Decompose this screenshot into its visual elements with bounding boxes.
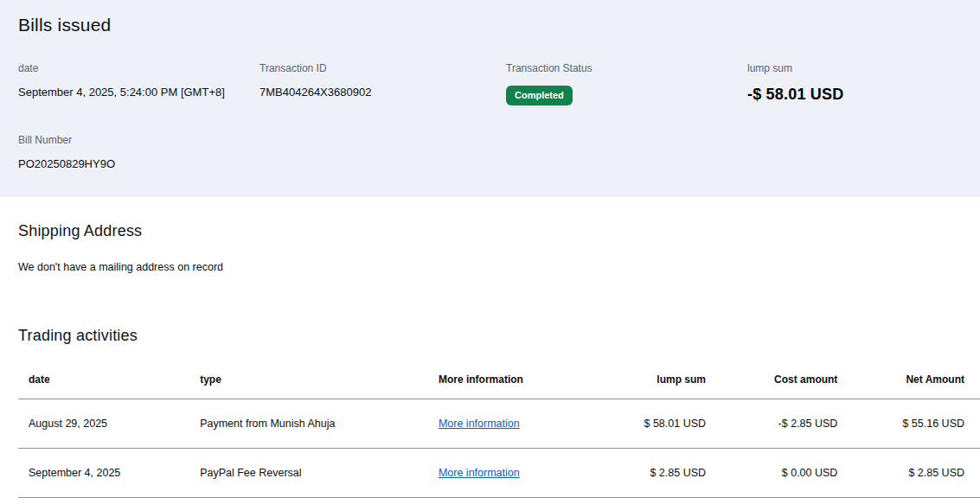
shipping-address-section: Shipping Address We don't have a mailing… <box>0 222 980 273</box>
cell-cost-amount: -$ 2.85 USD <box>706 399 837 449</box>
summary-fields-row-2: Bill Number PO20250829HY9O <box>18 134 962 170</box>
field-bill-number-value: PO20250829HY9O <box>18 157 259 170</box>
page-title: Bills issued <box>18 15 962 35</box>
trading-activities-heading: Trading activities <box>18 327 962 345</box>
column-header-lump-sum: lump sum <box>597 368 706 399</box>
field-transaction-status-label: Transaction Status <box>506 62 747 74</box>
shipping-address-heading: Shipping Address <box>18 222 962 240</box>
column-header-more-information: More information <box>439 368 597 399</box>
field-lump-sum: lump sum -$ 58.01 USD <box>747 62 962 105</box>
cell-type: Payment from Munish Ahuja <box>200 399 439 449</box>
table-row: September 4, 2025 PayPal Fee Reversal Mo… <box>18 449 980 498</box>
field-date-label: date <box>18 62 259 74</box>
cell-more-information: More information <box>439 399 597 449</box>
column-header-cost-amount: Cost amount <box>706 368 837 399</box>
cell-lump-sum: $ 58.01 USD <box>597 399 706 449</box>
cell-type: PayPal Fee Reversal <box>200 449 439 498</box>
cell-cost-amount: $ 0.00 USD <box>706 449 837 498</box>
summary-fields-row-1: date September 4, 2025, 5:24:00 PM [GMT+… <box>18 62 962 105</box>
field-transaction-id-value: 7MB404264X3680902 <box>259 86 506 99</box>
more-information-link[interactable]: More information <box>439 418 520 430</box>
field-transaction-id-label: Transaction ID <box>259 62 506 74</box>
cell-net-amount: $ 55.16 USD <box>837 399 980 449</box>
more-information-link[interactable]: More information <box>439 467 520 479</box>
shipping-address-message: We don't have a mailing address on recor… <box>18 261 962 273</box>
cell-more-information: More information <box>439 449 597 498</box>
trading-activities-section: Trading activities <box>0 327 980 345</box>
field-date-value: September 4, 2025, 5:24:00 PM [GMT+8] <box>18 86 259 99</box>
cell-date: August 29, 2025 <box>18 399 200 449</box>
cell-lump-sum: $ 2.85 USD <box>597 449 706 498</box>
field-bill-number-label: Bill Number <box>18 134 259 146</box>
field-transaction-id: Transaction ID 7MB404264X3680902 <box>259 62 506 105</box>
field-bill-number: Bill Number PO20250829HY9O <box>18 134 259 170</box>
trading-activities-table: date type More information lump sum Cost… <box>18 368 980 498</box>
table-header-row: date type More information lump sum Cost… <box>18 368 980 399</box>
table-row: August 29, 2025 Payment from Munish Ahuj… <box>18 399 980 449</box>
cell-date: September 4, 2025 <box>18 449 200 498</box>
summary-band: Bills issued date September 4, 2025, 5:2… <box>0 0 980 197</box>
cell-net-amount: $ 2.85 USD <box>837 449 980 498</box>
column-header-net-amount: Net Amount <box>837 368 980 399</box>
field-transaction-status: Transaction Status Completed <box>506 62 747 105</box>
column-header-date: date <box>18 368 200 399</box>
field-lump-sum-label: lump sum <box>747 62 962 74</box>
field-date: date September 4, 2025, 5:24:00 PM [GMT+… <box>18 62 259 105</box>
status-badge: Completed <box>506 86 573 105</box>
column-header-type: type <box>200 368 439 399</box>
field-lump-sum-value: -$ 58.01 USD <box>747 86 962 104</box>
